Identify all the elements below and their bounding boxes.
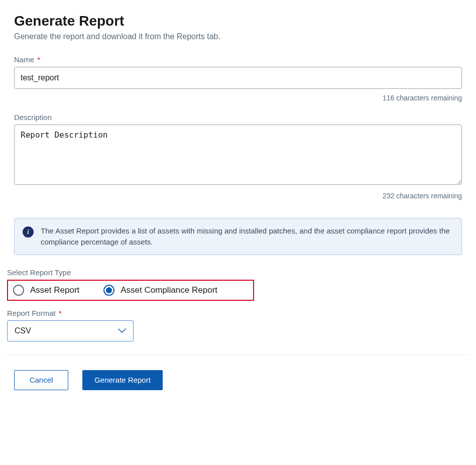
page-subtitle: Generate the report and download it from… — [14, 32, 462, 41]
info-banner: i The Asset Report provides a list of as… — [14, 218, 462, 255]
page-title: Generate Report — [14, 13, 462, 29]
divider — [7, 355, 469, 355]
radio-icon — [103, 285, 114, 296]
name-char-remaining: 116 characters remaining — [14, 94, 462, 102]
name-input[interactable] — [14, 67, 462, 89]
description-textarea[interactable] — [14, 125, 462, 185]
radio-label-asset-compliance-report: Asset Compliance Report — [121, 285, 217, 295]
name-label: Name * — [14, 55, 462, 64]
info-icon: i — [23, 226, 34, 238]
cancel-button[interactable]: Cancel — [14, 370, 68, 390]
report-format-group: Report Format * CSV — [7, 309, 462, 341]
chevron-down-icon — [118, 328, 126, 333]
report-format-label-text: Report Format — [7, 309, 56, 317]
report-type-label: Select Report Type — [7, 268, 462, 277]
radio-label-asset-report: Asset Report — [30, 285, 79, 295]
generate-report-button[interactable]: Generate Report — [82, 370, 163, 390]
radio-icon — [13, 285, 24, 296]
radio-dot-icon — [106, 287, 112, 293]
description-char-remaining: 232 characters remaining — [14, 192, 462, 200]
required-star-icon: * — [59, 309, 62, 317]
report-format-label: Report Format * — [7, 309, 462, 317]
report-format-value: CSV — [15, 326, 31, 335]
radio-asset-compliance-report[interactable]: Asset Compliance Report — [103, 285, 217, 296]
report-type-radio-group: Asset Report Asset Compliance Report — [7, 280, 254, 301]
name-label-text: Name — [14, 55, 34, 64]
action-row: Cancel Generate Report — [14, 370, 462, 390]
description-field-group: Description 232 characters remaining — [14, 113, 462, 200]
radio-asset-report[interactable]: Asset Report — [13, 285, 79, 296]
report-format-select[interactable]: CSV — [7, 320, 134, 341]
name-field-group: Name * 116 characters remaining — [14, 55, 462, 102]
info-banner-text: The Asset Report provides a list of asse… — [41, 225, 453, 248]
required-star-icon: * — [37, 55, 40, 64]
description-label: Description — [14, 113, 462, 122]
